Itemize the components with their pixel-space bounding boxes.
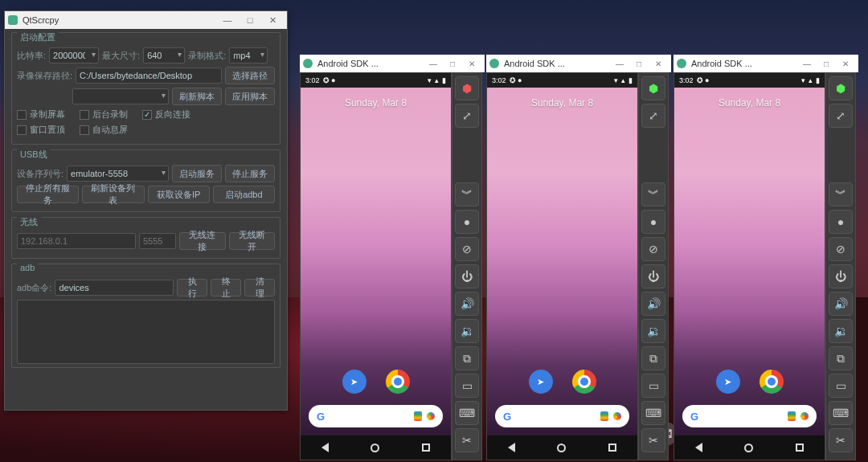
visibility-off-icon[interactable]: ⊘ <box>455 237 479 261</box>
stop-all-button[interactable]: 停止所有服务 <box>17 186 79 203</box>
recents-button[interactable] <box>422 444 430 452</box>
mic-icon[interactable] <box>414 411 422 421</box>
recents-button[interactable] <box>796 444 804 452</box>
back-button[interactable] <box>695 443 702 452</box>
adb-stop-button[interactable]: 终止 <box>211 279 241 296</box>
home-button[interactable] <box>744 444 753 452</box>
messages-app-icon[interactable]: ➤ <box>529 370 553 394</box>
volume-up-icon[interactable]: 🔊 <box>641 292 665 316</box>
wifi-disconnect-button[interactable]: 无线断开 <box>229 232 276 250</box>
recents-button[interactable] <box>608 444 616 452</box>
ontop-checkbox[interactable]: 窗口置顶 <box>17 124 65 136</box>
fullscreen-icon[interactable]: ⤢ <box>829 104 853 128</box>
record-icon[interactable]: ● <box>455 210 479 234</box>
script-select[interactable] <box>72 88 169 104</box>
adb-exec-button[interactable]: 执行 <box>177 279 207 296</box>
format-select[interactable]: mp4 <box>229 47 268 63</box>
phone-screen[interactable]: 3:02 ✪ ● ▾▴▮ Sunday, Mar 8 ➤ G <box>674 72 825 460</box>
refresh-script-button[interactable]: 刷新脚本 <box>172 88 222 105</box>
copy-icon[interactable]: ⧉ <box>829 346 853 370</box>
record-checkbox[interactable]: 录制屏幕 <box>17 108 65 121</box>
cut-icon[interactable]: ✂ <box>641 428 665 452</box>
adb-clear-button[interactable]: 清理 <box>244 279 275 296</box>
minimize-button[interactable]: — <box>424 59 443 68</box>
wifi-port-input[interactable] <box>139 233 176 249</box>
power-icon[interactable]: ⏻ <box>641 264 665 288</box>
google-search-bar[interactable]: G <box>682 405 817 427</box>
serial-select[interactable]: emulator-5558 <box>67 166 169 182</box>
apply-script-button[interactable]: 应用脚本 <box>225 88 275 105</box>
maximize-button[interactable]: □ <box>239 15 261 25</box>
assistant-icon[interactable] <box>800 412 809 420</box>
maxsize-select[interactable]: 640 <box>143 47 185 63</box>
savepath-input[interactable] <box>76 67 222 84</box>
chrome-app-icon[interactable] <box>760 370 784 394</box>
minimize-button[interactable]: — <box>610 59 629 68</box>
titlebar[interactable]: Android SDK ... — □ ✕ <box>486 55 671 72</box>
clipboard-icon[interactable]: ▭ <box>829 374 853 398</box>
bitrate-select[interactable]: 2000000 <box>49 47 99 63</box>
cut-icon[interactable]: ✂ <box>455 428 479 452</box>
close-button[interactable]: ✕ <box>836 59 855 68</box>
close-button[interactable]: ✕ <box>261 15 284 26</box>
fullscreen-icon[interactable]: ⤢ <box>641 104 665 128</box>
start-adbd-button[interactable]: 启动adbd <box>213 186 275 203</box>
pin-icon[interactable]: ⬢ <box>641 76 665 100</box>
chrome-app-icon[interactable] <box>386 370 410 394</box>
back-button[interactable] <box>508 443 515 452</box>
assistant-icon[interactable] <box>427 412 435 420</box>
close-button[interactable]: ✕ <box>462 59 481 68</box>
power-icon[interactable]: ⏻ <box>829 264 853 288</box>
copy-icon[interactable]: ⧉ <box>641 346 665 370</box>
fullscreen-icon[interactable]: ⤢ <box>455 104 479 128</box>
pin-icon[interactable]: ⬢ <box>455 76 479 100</box>
clipboard-icon[interactable]: ▭ <box>455 374 479 398</box>
assistant-icon[interactable] <box>613 412 621 420</box>
titlebar[interactable]: Android SDK ... — □ ✕ <box>300 55 485 72</box>
refresh-devices-button[interactable]: 刷新设备列表 <box>82 186 144 203</box>
expand-down-icon[interactable]: ︾ <box>455 182 479 206</box>
back-button[interactable] <box>321 443 329 452</box>
start-service-button[interactable]: 启动服务 <box>172 165 222 182</box>
messages-app-icon[interactable]: ➤ <box>716 370 740 394</box>
phone-screen[interactable]: 3:02 ✪ ● ▾▴▮ Sunday, Mar 8 ➤ G <box>300 72 452 460</box>
pin-icon[interactable]: ⬢ <box>829 76 853 100</box>
home-button[interactable] <box>557 444 566 452</box>
volume-up-icon[interactable]: 🔊 <box>829 292 853 316</box>
google-search-bar[interactable]: G <box>495 405 629 427</box>
bgrecord-checkbox[interactable]: 后台录制 <box>80 108 128 121</box>
power-icon[interactable]: ⏻ <box>455 264 479 288</box>
visibility-off-icon[interactable]: ⊘ <box>829 237 853 261</box>
select-path-button[interactable]: 选择路径 <box>225 67 275 84</box>
maximize-button[interactable]: □ <box>629 59 649 68</box>
chrome-app-icon[interactable] <box>572 370 596 394</box>
expand-down-icon[interactable]: ︾ <box>829 182 853 206</box>
volume-up-icon[interactable]: 🔊 <box>455 292 479 316</box>
keyboard-icon[interactable]: ⌨ <box>455 401 479 425</box>
adb-input[interactable] <box>55 280 174 296</box>
minimize-button[interactable]: — <box>797 59 817 68</box>
copy-icon[interactable]: ⧉ <box>455 346 479 370</box>
record-icon[interactable]: ● <box>641 210 665 234</box>
expand-down-icon[interactable]: ︾ <box>641 182 665 206</box>
wifi-ip-input[interactable] <box>17 233 136 249</box>
messages-app-icon[interactable]: ➤ <box>342 370 366 394</box>
titlebar[interactable]: Android SDK ... — □ ✕ <box>674 55 858 72</box>
visibility-off-icon[interactable]: ⊘ <box>641 237 665 261</box>
close-button[interactable]: ✕ <box>649 59 668 68</box>
maximize-button[interactable]: □ <box>817 59 836 68</box>
stop-service-button[interactable]: 停止服务 <box>225 165 275 182</box>
volume-down-icon[interactable]: 🔉 <box>829 319 853 343</box>
volume-down-icon[interactable]: 🔉 <box>641 319 665 343</box>
home-button[interactable] <box>371 444 379 452</box>
volume-down-icon[interactable]: 🔉 <box>455 319 479 343</box>
minimize-button[interactable]: — <box>216 15 239 25</box>
maximize-button[interactable]: □ <box>443 59 462 68</box>
record-icon[interactable]: ● <box>829 210 853 234</box>
cut-icon[interactable]: ✂ <box>829 428 853 452</box>
autoclose-checkbox[interactable]: 自动息屏 <box>80 124 128 136</box>
titlebar[interactable]: QtScrcpy — □ ✕ <box>5 11 287 29</box>
keyboard-icon[interactable]: ⌨ <box>829 401 853 425</box>
get-ip-button[interactable]: 获取设备IP <box>148 186 210 203</box>
mic-icon[interactable] <box>600 411 608 421</box>
